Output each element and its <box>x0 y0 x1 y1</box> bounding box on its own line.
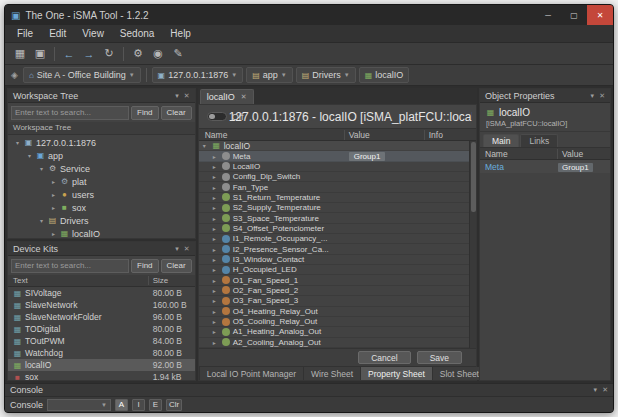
apps-grid-icon[interactable]: ▦ <box>11 45 29 63</box>
property-root-row[interactable]: ▾▦localIO <box>199 141 476 151</box>
expand-icon[interactable]: ▾ <box>26 152 33 159</box>
kit-row[interactable]: ▦SlaveNetwork 160.00 B <box>8 299 195 311</box>
vertical-scrollbar[interactable] <box>469 141 476 348</box>
tree-item-localio[interactable]: ▸ ▦ localIO <box>8 227 195 238</box>
maximize-button[interactable]: ▢ <box>561 5 587 25</box>
expand-icon[interactable]: ▾ <box>38 217 45 224</box>
forward-icon[interactable]: → <box>80 45 98 63</box>
property-value[interactable]: Group1 <box>349 152 386 161</box>
column-header-text[interactable]: Text <box>8 276 149 285</box>
column-header-info[interactable]: Info <box>425 130 476 140</box>
property-row[interactable]: ▸S3_Space_Temperature <box>199 213 476 223</box>
property-row[interactable]: ▸I3_Window_Contact <box>199 255 476 265</box>
column-header-value[interactable]: Value <box>558 149 610 159</box>
device-kits-find-button[interactable]: Find <box>131 259 159 273</box>
panel-menu-icon[interactable]: ▾ <box>175 92 179 100</box>
crumb-localio[interactable]: ▦ localIO <box>359 67 410 83</box>
tab-slot-sheet[interactable]: Slot Sheet <box>433 367 486 380</box>
expand-icon[interactable]: ▸ <box>213 318 219 325</box>
device-kits-clear-button[interactable]: Clear <box>161 259 192 273</box>
device-kits-search-input[interactable] <box>11 259 129 273</box>
property-row[interactable]: ▸O2_Fan_Speed_2 <box>199 286 476 296</box>
scrollbar-thumb[interactable] <box>471 142 476 212</box>
refresh-icon[interactable]: ↻ <box>100 45 118 63</box>
workspace-find-button[interactable]: Find <box>131 106 159 120</box>
expand-icon[interactable]: ▸ <box>213 225 219 232</box>
expand-icon[interactable]: ▸ <box>213 204 219 211</box>
edit-icon[interactable]: ✎ <box>169 45 187 63</box>
expand-icon[interactable]: ▸ <box>213 328 219 335</box>
console-filter-all-button[interactable]: A <box>115 399 128 411</box>
minimize-button[interactable]: ─ <box>535 5 561 25</box>
expand-icon[interactable]: ▸ <box>50 204 57 211</box>
cancel-button[interactable]: Cancel <box>358 351 410 364</box>
expand-icon[interactable]: ▸ <box>213 256 219 263</box>
tab-main[interactable]: Main <box>483 134 519 147</box>
tab-localio[interactable]: localIO ✕ <box>200 89 254 104</box>
expand-icon[interactable]: ▸ <box>50 191 57 198</box>
property-row[interactable]: ▸S4_Offset_Potenciometer <box>199 224 476 234</box>
menu-view[interactable]: View <box>74 25 112 42</box>
property-row[interactable]: ▸A2_Cooling_Analog_Out <box>199 338 476 348</box>
panel-close-icon[interactable]: ✕ <box>184 92 190 100</box>
kit-row[interactable]: ▦SlaveNetworkFolder 96.00 B <box>8 311 195 323</box>
expand-icon[interactable]: ▸ <box>213 194 219 201</box>
expand-icon[interactable]: ▸ <box>213 235 219 242</box>
tree-item-users[interactable]: ▸ ● users <box>8 188 195 201</box>
crumb-device[interactable]: ▣ 127.0.0.1:1876 ▼ <box>152 67 244 83</box>
column-header-value[interactable]: Value <box>345 130 425 140</box>
expand-icon[interactable]: ▾ <box>203 142 209 149</box>
workspace-clear-button[interactable]: Clear <box>161 106 192 120</box>
column-header-name[interactable]: Name <box>199 130 345 140</box>
expand-icon[interactable]: ▸ <box>213 246 219 253</box>
close-button[interactable]: ✕ <box>587 5 613 25</box>
workspace-icon[interactable]: ▣ <box>31 45 49 63</box>
enable-toggle[interactable] <box>207 112 227 121</box>
panel-close-icon[interactable]: ✕ <box>599 92 605 100</box>
console-clear-button[interactable]: Clr <box>166 399 182 411</box>
property-row[interactable]: ▸LocalIO <box>199 162 476 172</box>
property-row[interactable]: ▸Config_Dip_Switch <box>199 172 476 182</box>
pin-icon[interactable]: ◈ <box>11 70 18 80</box>
expand-icon[interactable]: ▸ <box>213 297 219 304</box>
expand-icon[interactable]: ▸ <box>213 266 219 273</box>
kit-row[interactable]: ▦TOutPWM 84.00 B <box>8 335 195 347</box>
console-dropdown[interactable]: ▼ <box>47 399 111 411</box>
gear-icon[interactable]: ⚙ <box>129 45 147 63</box>
panel-close-icon[interactable]: ✕ <box>602 386 608 394</box>
tab-property-sheet[interactable]: Property Sheet <box>361 367 432 380</box>
tab-links[interactable]: Links <box>520 134 558 147</box>
tree-item-drivers[interactable]: ▾ ▤ Drivers <box>8 214 195 227</box>
expand-icon[interactable]: ▸ <box>213 215 219 222</box>
property-row[interactable]: ▸I2_Presence_Sensor_Ca... <box>199 244 476 254</box>
tab-wire-sheet[interactable]: Wire Sheet <box>304 367 360 380</box>
expand-icon[interactable]: ▸ <box>213 153 219 160</box>
save-button[interactable]: Save <box>417 351 462 364</box>
expand-icon[interactable]: ▸ <box>213 277 219 284</box>
menu-sedona[interactable]: Sedona <box>112 25 162 42</box>
menu-file[interactable]: File <box>9 25 41 42</box>
tab-close-icon[interactable]: ✕ <box>241 93 247 101</box>
tree-item-service[interactable]: ▾ ⚙ Service <box>8 162 195 175</box>
property-row[interactable]: ▸O1_Fan_Speed_1 <box>199 275 476 285</box>
expand-icon[interactable]: ▸ <box>213 184 219 191</box>
tab-local-io-point-manager[interactable]: Local IO Point Manager <box>200 367 303 380</box>
property-row[interactable]: ▸Fan_Type <box>199 182 476 192</box>
property-row[interactable]: ▸O4_Heating_Relay_Out <box>199 307 476 317</box>
tree-item-device[interactable]: ▾ ▣ 127.0.0.1:1876 <box>8 136 195 149</box>
object-prop-value[interactable]: Group1 <box>558 163 593 172</box>
expand-icon[interactable]: ▸ <box>213 287 219 294</box>
panel-menu-icon[interactable]: ▾ <box>594 386 598 394</box>
expand-icon[interactable]: ▾ <box>38 165 45 172</box>
back-icon[interactable]: ← <box>60 45 78 63</box>
property-row[interactable]: ▸S1_Return_Temperature <box>199 193 476 203</box>
kit-row-selected[interactable]: ▦localIO 92.00 B <box>8 359 195 371</box>
expand-icon[interactable]: ▾ <box>14 139 21 146</box>
kit-row[interactable]: ■sox 1.94 kB <box>8 371 195 380</box>
workspace-search-input[interactable] <box>11 106 129 120</box>
expand-icon[interactable]: ▸ <box>213 163 219 170</box>
kit-row[interactable]: ▦TODigital 80.00 B <box>8 323 195 335</box>
property-row[interactable]: ▸O3_Fan_Speed_3 <box>199 296 476 306</box>
tree-item-app[interactable]: ▾ ▣ app <box>8 149 195 162</box>
tree-item-plat[interactable]: ▸ ⚙ plat <box>8 175 195 188</box>
